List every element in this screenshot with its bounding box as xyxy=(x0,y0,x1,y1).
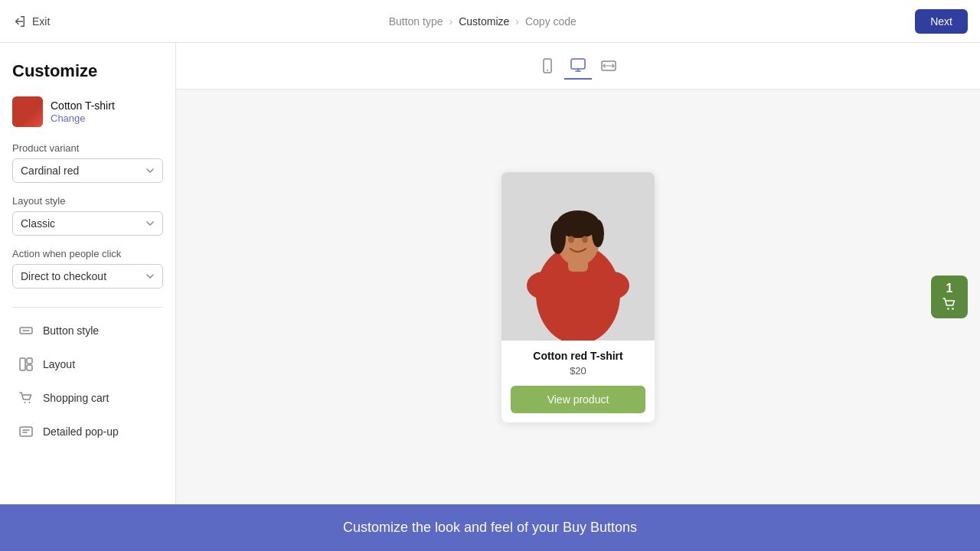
sidebar-item-shopping-cart[interactable]: Shopping cart xyxy=(12,381,163,415)
exit-button[interactable]: Exit xyxy=(12,15,50,28)
sidebar-item-detailed-popup-label: Detailed pop-up xyxy=(43,425,119,438)
svg-point-22 xyxy=(947,308,949,309)
product-preview-price: $20 xyxy=(511,365,645,377)
desktop-view-button[interactable] xyxy=(564,52,592,80)
svg-rect-2 xyxy=(27,358,32,364)
footer-text: Customize the look and feel of your Buy … xyxy=(343,520,637,535)
product-thumbnail-image xyxy=(12,96,43,127)
svg-rect-9 xyxy=(571,59,585,69)
svg-rect-3 xyxy=(27,365,32,370)
product-preview-info: Cotton red T-shirt $20 View product xyxy=(501,341,655,422)
wide-icon xyxy=(601,58,616,73)
button-style-icon xyxy=(18,323,34,338)
svg-point-16 xyxy=(550,220,566,254)
product-info: Cotton T-shirt Change xyxy=(51,99,115,124)
cart-badge[interactable]: 1 xyxy=(931,276,968,318)
device-toolbar xyxy=(176,43,980,90)
next-button[interactable]: Next xyxy=(915,9,968,34)
svg-point-4 xyxy=(24,402,26,403)
svg-rect-1 xyxy=(20,358,25,370)
product-preview-image xyxy=(501,172,655,341)
breadcrumb-customize: Customize xyxy=(459,15,509,28)
detailed-popup-icon xyxy=(18,424,34,439)
svg-point-21 xyxy=(596,272,629,299)
product-image-svg xyxy=(501,172,655,341)
change-product-link[interactable]: Change xyxy=(51,112,86,124)
sidebar-item-button-style[interactable]: Button style xyxy=(12,314,163,347)
action-click-select[interactable]: Direct to checkout Add to cart Open prod… xyxy=(12,264,163,289)
exit-label: Exit xyxy=(32,15,50,28)
product-variant-select[interactable]: Cardinal red Navy blue Forest green Whit… xyxy=(12,158,163,183)
product-variant-group: Product variant Cardinal red Navy blue F… xyxy=(12,142,163,183)
sidebar-item-shopping-cart-label: Shopping cart xyxy=(43,392,109,404)
sidebar-item-layout-label: Layout xyxy=(43,358,75,370)
svg-point-17 xyxy=(592,220,604,247)
mobile-view-button[interactable] xyxy=(534,52,561,80)
sidebar-item-detailed-popup[interactable]: Detailed pop-up xyxy=(12,415,163,448)
footer-banner: Customize the look and feel of your Buy … xyxy=(0,504,980,551)
breadcrumb-copy-code[interactable]: Copy code xyxy=(525,15,577,28)
svg-point-18 xyxy=(568,236,574,243)
layout-style-label: Layout style xyxy=(12,195,163,207)
svg-point-5 xyxy=(29,402,31,403)
cart-count: 1 xyxy=(946,282,953,295)
svg-point-23 xyxy=(952,308,953,309)
exit-icon xyxy=(12,15,26,28)
view-product-button[interactable]: View product xyxy=(511,386,645,413)
svg-point-19 xyxy=(582,236,588,243)
layout-style-select[interactable]: Classic Modern Minimal xyxy=(12,211,163,236)
preview-area: Cotton red T-shirt $20 View product 1 xyxy=(176,43,980,504)
product-card: Cotton T-shirt Change xyxy=(12,96,163,127)
header: Exit Button type › Customize › Copy code… xyxy=(0,0,980,43)
sidebar-item-layout[interactable]: Layout xyxy=(12,347,163,381)
action-click-label: Action when people click xyxy=(12,248,163,259)
sidebar-title: Customize xyxy=(12,61,163,81)
shopping-cart-icon xyxy=(18,390,34,406)
mobile-icon xyxy=(540,58,555,73)
breadcrumb-button-type[interactable]: Button type xyxy=(389,15,443,28)
product-variant-label: Product variant xyxy=(12,142,163,154)
svg-rect-6 xyxy=(20,427,32,436)
layout-style-group: Layout style Classic Modern Minimal xyxy=(12,195,163,236)
layout-icon xyxy=(18,357,34,372)
product-thumbnail xyxy=(12,96,43,127)
main-container: Customize Cotton T-shirt Change Product … xyxy=(0,43,980,504)
product-preview-card: Cotton red T-shirt $20 View product xyxy=(501,172,655,422)
desktop-icon xyxy=(570,57,586,73)
preview-canvas: Cotton red T-shirt $20 View product 1 xyxy=(176,90,980,504)
sidebar: Customize Cotton T-shirt Change Product … xyxy=(0,43,176,504)
product-name: Cotton T-shirt xyxy=(51,99,115,112)
sidebar-item-button-style-label: Button style xyxy=(43,324,99,337)
breadcrumb: Button type › Customize › Copy code xyxy=(389,15,577,28)
sidebar-divider xyxy=(12,307,163,308)
breadcrumb-chevron-2: › xyxy=(515,15,519,28)
product-preview-name: Cotton red T-shirt xyxy=(511,350,645,362)
action-click-group: Action when people click Direct to check… xyxy=(12,248,163,289)
svg-point-20 xyxy=(527,272,560,299)
svg-point-8 xyxy=(547,70,548,71)
wide-view-button[interactable] xyxy=(595,52,622,80)
cart-icon xyxy=(942,296,957,311)
breadcrumb-chevron-1: › xyxy=(449,15,452,28)
